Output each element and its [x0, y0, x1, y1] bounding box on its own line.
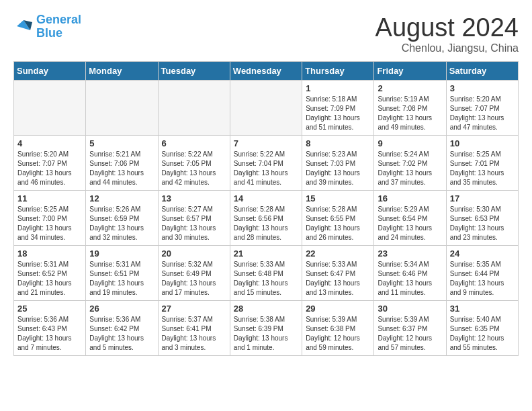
- day-info: Sunrise: 5:22 AM Sunset: 7:04 PM Dayligh…: [234, 150, 298, 187]
- day-info: Sunrise: 5:20 AM Sunset: 7:07 PM Dayligh…: [17, 150, 82, 187]
- day-info: Sunrise: 5:26 AM Sunset: 6:59 PM Dayligh…: [89, 205, 154, 242]
- day-number: 12: [89, 193, 154, 203]
- column-header-thursday: Thursday: [302, 62, 374, 81]
- day-number: 11: [17, 193, 82, 203]
- day-cell: [230, 81, 302, 136]
- day-number: 2: [378, 83, 442, 93]
- day-cell: 25Sunrise: 5:36 AM Sunset: 6:43 PM Dayli…: [14, 301, 86, 356]
- day-number: 4: [17, 138, 82, 148]
- day-info: Sunrise: 5:33 AM Sunset: 6:48 PM Dayligh…: [234, 260, 298, 298]
- location: Chenlou, Jiangsu, China: [375, 42, 519, 54]
- day-info: Sunrise: 5:32 AM Sunset: 6:49 PM Dayligh…: [162, 260, 226, 298]
- day-cell: 1Sunrise: 5:18 AM Sunset: 7:09 PM Daylig…: [302, 81, 374, 136]
- day-cell: 8Sunrise: 5:23 AM Sunset: 7:03 PM Daylig…: [302, 136, 374, 191]
- day-info: Sunrise: 5:20 AM Sunset: 7:07 PM Dayligh…: [450, 95, 515, 132]
- day-number: 17: [450, 193, 515, 203]
- day-cell: 29Sunrise: 5:39 AM Sunset: 6:38 PM Dayli…: [302, 301, 374, 356]
- week-row-3: 11Sunrise: 5:25 AM Sunset: 7:00 PM Dayli…: [14, 191, 519, 246]
- day-info: Sunrise: 5:35 AM Sunset: 6:44 PM Dayligh…: [450, 260, 515, 298]
- day-cell: [14, 81, 86, 136]
- week-row-5: 25Sunrise: 5:36 AM Sunset: 6:43 PM Dayli…: [14, 301, 519, 356]
- day-info: Sunrise: 5:31 AM Sunset: 6:51 PM Dayligh…: [89, 260, 154, 298]
- day-info: Sunrise: 5:24 AM Sunset: 7:02 PM Dayligh…: [378, 150, 442, 187]
- month-title: August 2024: [375, 13, 519, 42]
- day-info: Sunrise: 5:33 AM Sunset: 6:47 PM Dayligh…: [306, 260, 370, 298]
- day-info: Sunrise: 5:23 AM Sunset: 7:03 PM Dayligh…: [306, 150, 370, 187]
- day-info: Sunrise: 5:39 AM Sunset: 6:37 PM Dayligh…: [378, 315, 442, 353]
- day-number: 14: [234, 193, 298, 203]
- logo-text: General Blue: [36, 13, 81, 40]
- column-header-tuesday: Tuesday: [158, 62, 230, 81]
- day-number: 20: [162, 248, 226, 259]
- day-number: 25: [17, 304, 82, 314]
- day-number: 24: [450, 248, 515, 259]
- column-header-wednesday: Wednesday: [230, 62, 302, 81]
- day-info: Sunrise: 5:30 AM Sunset: 6:53 PM Dayligh…: [450, 205, 515, 242]
- day-number: 19: [89, 248, 154, 259]
- day-cell: 19Sunrise: 5:31 AM Sunset: 6:51 PM Dayli…: [86, 246, 158, 301]
- day-number: 3: [450, 83, 515, 93]
- day-info: Sunrise: 5:31 AM Sunset: 6:52 PM Dayligh…: [17, 260, 82, 298]
- day-info: Sunrise: 5:36 AM Sunset: 6:42 PM Dayligh…: [89, 315, 154, 353]
- day-number: 6: [162, 138, 226, 148]
- logo: General Blue: [13, 13, 81, 40]
- day-number: 9: [378, 138, 442, 148]
- day-info: Sunrise: 5:18 AM Sunset: 7:09 PM Dayligh…: [306, 95, 370, 132]
- day-number: 26: [89, 304, 154, 314]
- day-cell: 4Sunrise: 5:20 AM Sunset: 7:07 PM Daylig…: [14, 136, 86, 191]
- day-cell: 27Sunrise: 5:37 AM Sunset: 6:41 PM Dayli…: [158, 301, 230, 356]
- day-cell: 16Sunrise: 5:29 AM Sunset: 6:54 PM Dayli…: [374, 191, 446, 246]
- day-info: Sunrise: 5:36 AM Sunset: 6:43 PM Dayligh…: [17, 315, 82, 353]
- column-header-saturday: Saturday: [446, 62, 518, 81]
- day-info: Sunrise: 5:28 AM Sunset: 6:55 PM Dayligh…: [306, 205, 370, 242]
- day-number: 15: [306, 193, 370, 203]
- day-cell: 28Sunrise: 5:38 AM Sunset: 6:39 PM Dayli…: [230, 301, 302, 356]
- day-number: 28: [234, 304, 298, 314]
- day-info: Sunrise: 5:39 AM Sunset: 6:38 PM Dayligh…: [306, 315, 370, 353]
- day-number: 16: [378, 193, 442, 203]
- week-row-4: 18Sunrise: 5:31 AM Sunset: 6:52 PM Dayli…: [14, 246, 519, 301]
- day-cell: 12Sunrise: 5:26 AM Sunset: 6:59 PM Dayli…: [86, 191, 158, 246]
- day-number: 31: [450, 304, 515, 314]
- calendar-table: SundayMondayTuesdayWednesdayThursdayFrid…: [13, 61, 519, 356]
- day-info: Sunrise: 5:29 AM Sunset: 6:54 PM Dayligh…: [378, 205, 442, 242]
- day-number: 1: [306, 83, 370, 93]
- day-cell: 5Sunrise: 5:21 AM Sunset: 7:06 PM Daylig…: [86, 136, 158, 191]
- day-info: Sunrise: 5:25 AM Sunset: 7:00 PM Dayligh…: [17, 205, 82, 242]
- day-info: Sunrise: 5:25 AM Sunset: 7:01 PM Dayligh…: [450, 150, 515, 187]
- day-number: 21: [234, 248, 298, 259]
- logo-icon: [13, 17, 34, 37]
- day-info: Sunrise: 5:40 AM Sunset: 6:35 PM Dayligh…: [450, 315, 515, 353]
- day-cell: 26Sunrise: 5:36 AM Sunset: 6:42 PM Dayli…: [86, 301, 158, 356]
- day-number: 30: [378, 304, 442, 314]
- day-cell: 9Sunrise: 5:24 AM Sunset: 7:02 PM Daylig…: [374, 136, 446, 191]
- page-header: General Blue August 2024 Chenlou, Jiangs…: [13, 13, 519, 54]
- day-cell: 30Sunrise: 5:39 AM Sunset: 6:37 PM Dayli…: [374, 301, 446, 356]
- day-cell: 14Sunrise: 5:28 AM Sunset: 6:56 PM Dayli…: [230, 191, 302, 246]
- day-number: 10: [450, 138, 515, 148]
- day-number: 13: [162, 193, 226, 203]
- day-info: Sunrise: 5:19 AM Sunset: 7:08 PM Dayligh…: [378, 95, 442, 132]
- day-info: Sunrise: 5:38 AM Sunset: 6:39 PM Dayligh…: [234, 315, 298, 353]
- day-cell: 3Sunrise: 5:20 AM Sunset: 7:07 PM Daylig…: [446, 81, 518, 136]
- day-info: Sunrise: 5:27 AM Sunset: 6:57 PM Dayligh…: [162, 205, 226, 242]
- day-number: 27: [162, 304, 226, 314]
- day-info: Sunrise: 5:21 AM Sunset: 7:06 PM Dayligh…: [89, 150, 154, 187]
- day-info: Sunrise: 5:28 AM Sunset: 6:56 PM Dayligh…: [234, 205, 298, 242]
- column-header-monday: Monday: [86, 62, 158, 81]
- day-cell: 13Sunrise: 5:27 AM Sunset: 6:57 PM Dayli…: [158, 191, 230, 246]
- day-cell: 17Sunrise: 5:30 AM Sunset: 6:53 PM Dayli…: [446, 191, 518, 246]
- week-row-1: 1Sunrise: 5:18 AM Sunset: 7:09 PM Daylig…: [14, 81, 519, 136]
- column-header-friday: Friday: [374, 62, 446, 81]
- day-cell: 10Sunrise: 5:25 AM Sunset: 7:01 PM Dayli…: [446, 136, 518, 191]
- day-cell: 20Sunrise: 5:32 AM Sunset: 6:49 PM Dayli…: [158, 246, 230, 301]
- day-cell: [86, 81, 158, 136]
- title-block: August 2024 Chenlou, Jiangsu, China: [375, 13, 519, 54]
- day-info: Sunrise: 5:37 AM Sunset: 6:41 PM Dayligh…: [162, 315, 226, 353]
- day-cell: 11Sunrise: 5:25 AM Sunset: 7:00 PM Dayli…: [14, 191, 86, 246]
- column-header-sunday: Sunday: [14, 62, 86, 81]
- day-cell: 2Sunrise: 5:19 AM Sunset: 7:08 PM Daylig…: [374, 81, 446, 136]
- day-cell: [158, 81, 230, 136]
- day-number: 5: [89, 138, 154, 148]
- day-cell: 31Sunrise: 5:40 AM Sunset: 6:35 PM Dayli…: [446, 301, 518, 356]
